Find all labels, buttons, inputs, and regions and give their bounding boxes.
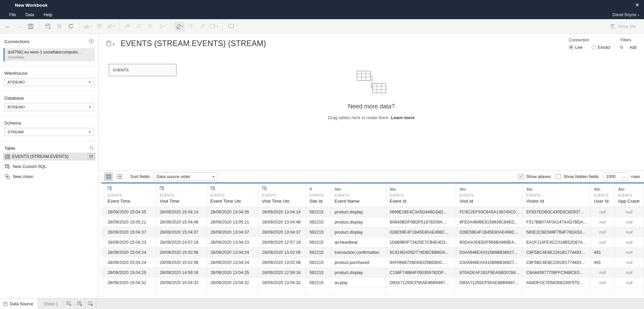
- menu-help[interactable]: Help: [39, 12, 57, 17]
- undo-icon[interactable]: ←: [3, 22, 13, 31]
- presentation-mode-icon[interactable]: [226, 22, 236, 31]
- sort-ascending-icon[interactable]: [134, 22, 144, 31]
- table-item-events[interactable]: EVENTS (STREAM.EVENTS): [3, 152, 96, 161]
- schema-select[interactable]: STREAM ▼: [4, 128, 94, 136]
- highlight-icon[interactable]: ▾: [174, 22, 185, 31]
- field-name: Visit Id: [459, 199, 519, 204]
- grid-cell: 5C819DA05D774DBCBB6D4...: [386, 247, 456, 258]
- close-icon[interactable]: ✕: [635, 2, 639, 8]
- grid-cell: null: [615, 237, 644, 247]
- grid-cell: C8F5BC4E8E2261B1774483...: [523, 258, 590, 268]
- pause-updates-icon[interactable]: [54, 22, 64, 31]
- check-icon: ✓: [519, 174, 522, 179]
- database-icon[interactable]: [106, 40, 112, 47]
- grid-header-event-time[interactable]: EVENTSEvent Time: [104, 183, 156, 207]
- search-icon[interactable]: [89, 145, 94, 151]
- logical-table-events[interactable]: EVENTS: [109, 64, 176, 76]
- apply-rows-icon[interactable]: →: [622, 174, 626, 179]
- grid-cell: null: [615, 278, 644, 288]
- swap-rows-columns-icon[interactable]: [123, 22, 133, 31]
- grid-header-app-crash[interactable]: AbcEVENTSApp Crash: [615, 183, 644, 207]
- grid-row: 28/09/2020 15:04:2328/09/2020 14:57:1928…: [101, 237, 644, 247]
- grid-cell: 28/09/2020 13:04:35: [207, 207, 258, 217]
- grid-row: 28/09/2020 15:04:2428/09/2020 15:02:0628…: [101, 247, 644, 258]
- chevron-down-icon[interactable]: ▾: [113, 42, 115, 46]
- grid-header-visit-id[interactable]: AbcEVENTSVisit Id: [456, 183, 523, 207]
- menu-data[interactable]: Data: [21, 12, 39, 17]
- grid-cell: 592215: [306, 227, 331, 237]
- filters-count: 0: [620, 45, 623, 50]
- warehouse-select[interactable]: ATIDEMO ▼: [4, 78, 94, 86]
- show-hidden-fields-checkbox[interactable]: ✓: [556, 174, 561, 179]
- sort-descending-icon[interactable]: [146, 22, 156, 31]
- radio-live[interactable]: Live: [569, 45, 583, 50]
- show-aliases-checkbox[interactable]: ✓: [518, 174, 523, 179]
- clear-sheet-icon[interactable]: ▾: [106, 22, 116, 31]
- refresh-icon[interactable]: [66, 22, 76, 31]
- field-name: Visit Time Utc: [262, 199, 302, 204]
- cell-size-icon[interactable]: ▾: [209, 22, 219, 31]
- grid-header-event-name[interactable]: AbcEVENTSEvent Name: [331, 183, 386, 207]
- redo-icon[interactable]: →: [14, 22, 24, 31]
- divider: [0, 91, 98, 91]
- learn-more-link[interactable]: Learn more: [391, 115, 415, 120]
- grid-cell: null: [590, 217, 615, 227]
- grid-header-event-id[interactable]: AbcEVENTSEvent Id: [386, 183, 456, 207]
- totals-icon[interactable]: Σ▾: [157, 22, 167, 31]
- radio-extract[interactable]: Extract: [591, 45, 610, 50]
- grid-view-button[interactable]: [104, 172, 113, 181]
- field-name: Event Time: [107, 199, 153, 204]
- new-worksheet-icon[interactable]: ▾: [83, 22, 93, 31]
- text-label-icon[interactable]: [186, 22, 196, 31]
- user-menu[interactable]: David Boyrie▾: [613, 12, 639, 17]
- show-aliases-label: Show aliases: [526, 174, 551, 179]
- data-grid-scroll[interactable]: EVENTSEvent TimeEVENTSVisit TimeEVENTSEv…: [101, 182, 644, 295]
- database-select[interactable]: ATIDEMO ▼: [4, 103, 94, 111]
- filters-add-button[interactable]: Add: [630, 45, 637, 50]
- grid-cell: product.display: [331, 227, 386, 237]
- grid-row: 28/09/2020 15:04:3228/09/2020 15:04:3228…: [101, 278, 644, 288]
- fix-axes-icon[interactable]: [197, 22, 207, 31]
- sort-fields-select[interactable]: Data source order ▼: [153, 172, 218, 181]
- duplicate-sheet-icon[interactable]: [94, 22, 104, 31]
- rows-count-input[interactable]: 1000 →: [604, 172, 629, 181]
- field-type-icon: [160, 186, 203, 192]
- connection-item[interactable]: ds87982.eu-west-1.snowflakecomputin... S…: [3, 48, 95, 61]
- table-item-label: EVENTS (STREAM.EVENTS): [12, 154, 88, 159]
- grid-header-user-id[interactable]: AbcEVENTSUser Id: [590, 183, 615, 207]
- sort-fields-label: Sort fields: [130, 174, 150, 179]
- grid-header-site-id[interactable]: #EVENTSSite Id: [306, 183, 331, 207]
- grid-header-event-time-utc[interactable]: EVENTSEvent Time Utc: [207, 183, 258, 207]
- new-story-tab-button[interactable]: [86, 299, 96, 309]
- tab-data-source[interactable]: Data Source: [0, 299, 38, 309]
- new-dashboard-tab-button[interactable]: [75, 299, 86, 309]
- grid-header-visit-time[interactable]: EVENTSVisit Time: [156, 183, 207, 207]
- new-dashboard-icon: [77, 301, 83, 306]
- new-worksheet-tab-button[interactable]: [64, 299, 75, 309]
- window-title: New Workbook: [15, 3, 47, 8]
- grid-cell: product.display: [331, 268, 386, 278]
- grid-cell: 28/09/2020 15:04:37: [104, 227, 156, 237]
- show-me-button[interactable]: Show Me: [611, 24, 641, 29]
- connection-name: ds87982.eu-west-1.snowflakecomputin...: [8, 50, 92, 55]
- grid-header-visit-time-utc[interactable]: EVENTSVisit Time Utc: [258, 183, 306, 207]
- filters-label: Filters: [620, 38, 637, 42]
- menu-file[interactable]: File: [5, 12, 21, 17]
- row-gutter: [101, 183, 104, 207]
- divider: [0, 116, 98, 116]
- save-icon[interactable]: [26, 22, 36, 31]
- tab-sheet1[interactable]: Sheet 1: [38, 299, 64, 309]
- chevron-down-icon: ▼: [212, 175, 215, 178]
- new-custom-sql-label: New Custom SQL: [13, 164, 46, 169]
- grid-cell: 592215: [306, 207, 331, 217]
- user-name: David Boyrie: [613, 12, 637, 17]
- data-grid-pane: Sort fields Data source order ▼ ✓ Show a…: [99, 170, 644, 298]
- grid-header-visitor-id[interactable]: AbcEVENTSVisitor Id: [523, 183, 590, 207]
- metadata-view-button[interactable]: [115, 172, 124, 181]
- table-preview-button[interactable]: [88, 153, 94, 160]
- new-data-source-icon[interactable]: [43, 22, 53, 31]
- new-custom-sql[interactable]: New Custom SQL: [3, 163, 96, 171]
- connection-label: Connection: [569, 38, 610, 42]
- new-union[interactable]: New Union: [3, 173, 96, 181]
- add-connection-icon[interactable]: [89, 38, 94, 45]
